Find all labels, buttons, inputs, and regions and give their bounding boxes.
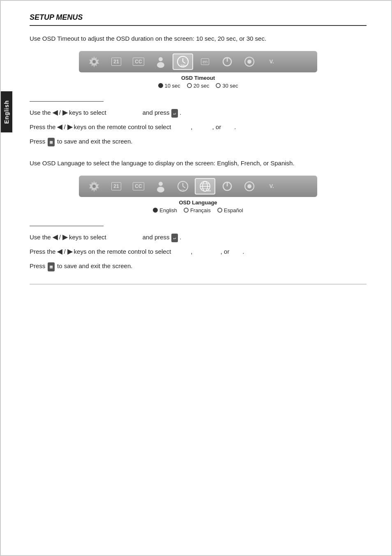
line3-post: to save and exit the screen. xyxy=(57,137,132,146)
right-arrow-2: ▶ xyxy=(67,122,72,132)
right-arrow-3: ▶ xyxy=(62,232,67,243)
instruction-line-3: Press ▦ to save and exit the screen. xyxy=(30,137,367,147)
line4-post: and press xyxy=(143,232,170,242)
osd-timeout-menu-bar: 21 CC xyxy=(79,51,317,72)
osd-timeout-label: OSD Timeout xyxy=(181,75,215,81)
person-icon xyxy=(150,53,171,70)
osd-language-section: Use OSD Language to select the language … xyxy=(30,159,367,271)
person-icon-2 xyxy=(150,178,171,195)
osd-language-description: Use OSD Language to select the language … xyxy=(30,159,367,168)
comma-1: , xyxy=(191,122,192,132)
option-10sec: 10 sec xyxy=(158,83,180,89)
slash-1: / xyxy=(59,108,61,118)
osd-timeout-icon: 10s xyxy=(173,53,193,70)
label-francais: Français xyxy=(190,207,211,213)
osd-language-label: OSD Language xyxy=(179,199,217,206)
radio-30sec xyxy=(216,83,221,88)
label-espanol: Español xyxy=(224,207,243,213)
sound-icon xyxy=(239,53,260,70)
osd-timeout-description: Use OSD Timeout to adjust the OSD durati… xyxy=(30,34,367,44)
sound-icon-2 xyxy=(239,178,260,195)
radio-francais xyxy=(184,208,189,213)
main-content: SETUP MENUS Use OSD Timeout to adjust th… xyxy=(1,1,391,305)
svg-point-3 xyxy=(157,62,164,68)
number-icon: 21 xyxy=(106,53,127,70)
language-icon: en xyxy=(195,53,215,70)
left-arrow-4: ◀ xyxy=(57,246,62,257)
power-icon xyxy=(217,53,238,70)
line2-pre: Press the xyxy=(30,122,55,132)
svg-point-2 xyxy=(159,57,163,61)
option-espanol: Español xyxy=(217,207,243,213)
clock-icon-2: 10s xyxy=(173,178,193,195)
side-tab-label: English xyxy=(3,100,10,124)
svg-point-15 xyxy=(157,187,164,192)
number-icon-2: 21 xyxy=(106,178,127,195)
instruction-line-1: Use the ◀ / ▶ keys to select and press ↵… xyxy=(30,107,367,118)
instruction-line-4: Use the ◀ / ▶ keys to select and press ↵… xyxy=(30,232,367,243)
line3-pre: Press xyxy=(30,137,45,146)
option-30sec: 30 sec xyxy=(216,83,238,89)
radio-10sec xyxy=(158,83,163,88)
instruction-line-5: Press the ◀ / ▶ keys on the remote contr… xyxy=(30,246,367,257)
bottom-border xyxy=(30,284,367,289)
svg-text:10s: 10s xyxy=(180,64,186,67)
svg-line-18 xyxy=(183,186,185,188)
slash-3: / xyxy=(59,232,61,242)
left-arrow-3: ◀ xyxy=(53,232,58,243)
option-english: English xyxy=(153,207,177,213)
left-arrow-2: ◀ xyxy=(57,122,62,132)
label-20sec: 20 sec xyxy=(194,83,209,89)
label-30sec: 30 sec xyxy=(222,83,238,89)
osd-language-menu-bar: 21 CC xyxy=(79,176,317,197)
header-section: SETUP MENUS xyxy=(30,13,367,26)
instruction-divider-1 xyxy=(30,101,104,102)
gear-icon xyxy=(84,53,104,70)
cc-icon-2: CC xyxy=(128,178,149,195)
line5-pre: Press the xyxy=(30,247,55,257)
cc-icon: CC xyxy=(128,53,149,70)
instruction-line-6: Press ▦ to save and exit the screen. xyxy=(30,261,367,271)
power-icon-2 xyxy=(217,178,238,195)
line4-mid: keys to select xyxy=(69,232,106,242)
menu-icon-1: ▦ xyxy=(48,138,55,147)
radio-english xyxy=(153,208,158,213)
line2-mid: keys on the remote control to select xyxy=(74,122,171,132)
line5-mid: keys on the remote control to select xyxy=(74,247,171,257)
svg-point-11 xyxy=(247,60,251,64)
menu-icon-2: ▦ xyxy=(48,262,55,271)
page-wrapper: English SETUP MENUS Use OSD Timeout to a… xyxy=(0,0,392,556)
period-2: . xyxy=(242,247,244,257)
period-1: . xyxy=(234,122,236,132)
line2-post: , or xyxy=(212,122,221,132)
line4-pre: Use the xyxy=(30,232,51,242)
page-title: SETUP MENUS xyxy=(30,13,367,22)
left-arrow-1: ◀ xyxy=(53,107,58,118)
label-10sec: 10 sec xyxy=(165,83,180,89)
option-20sec: 20 sec xyxy=(187,83,209,89)
line1-pre: Use the xyxy=(30,108,51,118)
svg-line-6 xyxy=(183,62,185,63)
line1-post: and press xyxy=(143,108,170,118)
right-arrow-1: ▶ xyxy=(62,107,67,118)
line1-mid: keys to select xyxy=(69,108,106,118)
line6-post: to save and exit the screen. xyxy=(57,261,132,271)
enter-icon-1: ↵ xyxy=(171,109,178,118)
label-english: English xyxy=(159,207,177,213)
svg-point-13 xyxy=(92,185,96,188)
line5-post: , or xyxy=(221,247,230,257)
svg-point-28 xyxy=(247,184,251,188)
option-francais: Français xyxy=(184,207,211,213)
svg-point-14 xyxy=(159,182,163,186)
comma-2: , xyxy=(191,247,192,257)
svg-text:10s: 10s xyxy=(180,189,185,192)
gear-icon-2 xyxy=(84,178,104,195)
v-icon: V. xyxy=(261,53,282,70)
language-side-tab: English xyxy=(1,91,12,132)
lang-icon-highlighted: en xyxy=(195,178,215,195)
instruction-divider-2 xyxy=(30,226,104,226)
enter-icon-2: ↵ xyxy=(171,234,178,243)
osd-timeout-section: Use OSD Timeout to adjust the OSD durati… xyxy=(30,34,367,146)
slash-4: / xyxy=(64,247,65,257)
line6-pre: Press xyxy=(30,261,45,271)
